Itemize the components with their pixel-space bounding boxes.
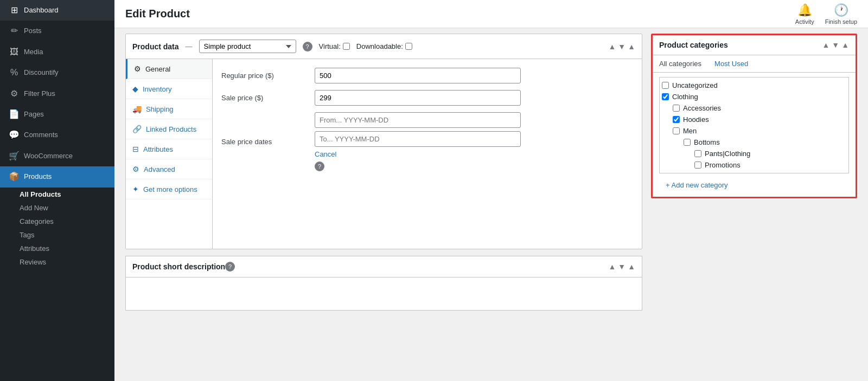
cat-checkbox-men[interactable]: [673, 127, 680, 134]
cancel-sale-dates-link[interactable]: Cancel: [315, 150, 336, 158]
sale-dates-help-icon[interactable]: ?: [315, 162, 324, 171]
regular-price-row: Regular price ($): [221, 68, 633, 83]
product-data-dash: —: [186, 42, 193, 50]
general-tab-icon: ⚙: [134, 64, 141, 73]
cat-label-accessories[interactable]: Accessories: [683, 104, 721, 112]
sidebar-item-media[interactable]: 🖼 Media: [0, 42, 114, 62]
sidebar-sub-all-products[interactable]: All Products: [20, 188, 114, 201]
cat-item-men: Men: [662, 125, 846, 137]
add-new-category-link[interactable]: + Add new category: [659, 178, 735, 192]
virtual-checkbox[interactable]: [343, 43, 350, 50]
sidebar-label-discountify: Discountify: [24, 68, 59, 78]
cat-checkbox-clothing[interactable]: [662, 93, 669, 100]
activity-button[interactable]: 🔔 Activity: [795, 3, 814, 25]
sidebar: ⊞ Dashboard ✏ Posts 🖼 Media % Discountif…: [0, 0, 114, 381]
tab-general[interactable]: ⚙ General: [126, 59, 212, 79]
sidebar-sub-add-new[interactable]: Add New: [20, 201, 114, 215]
sort-up-icon[interactable]: ▲: [608, 42, 616, 51]
tab-linked-products[interactable]: 🔗 Linked Products: [126, 119, 212, 139]
sort-hide-icon[interactable]: ▲: [628, 42, 635, 51]
sidebar-sub-attributes[interactable]: Attributes: [20, 242, 114, 255]
general-tab-label: General: [145, 65, 170, 73]
cats-sort-hide[interactable]: ▲: [841, 41, 849, 49]
cat-checkbox-pants-clothing[interactable]: [694, 150, 701, 157]
product-type-help-icon[interactable]: ?: [303, 42, 312, 51]
cat-checkbox-bottoms[interactable]: [684, 139, 691, 146]
cat-item-accessories: Accessories: [662, 102, 846, 114]
filter-plus-icon: ⚙: [9, 88, 20, 100]
tab-inventory[interactable]: ◆ Inventory: [126, 79, 212, 99]
cats-sort-down[interactable]: ▼: [832, 41, 839, 49]
sidebar-label-media: Media: [24, 47, 43, 57]
cat-checkbox-accessories[interactable]: [673, 105, 680, 112]
cats-tab-all[interactable]: All categories: [653, 55, 708, 72]
short-desc-help-icon[interactable]: ?: [225, 262, 235, 272]
product-data-header: Product data — Simple product Grouped pr…: [126, 34, 642, 59]
short-desc-sort-down[interactable]: ▼: [618, 262, 626, 271]
cat-label-uncategorized[interactable]: Uncategorized: [672, 81, 718, 89]
comments-icon: 💬: [9, 129, 20, 141]
sidebar-item-products[interactable]: 📦 Products: [0, 166, 114, 187]
sidebar-label-comments: Comments: [24, 130, 58, 140]
sidebar-sub-categories[interactable]: Categories: [20, 215, 114, 228]
advanced-tab-icon: ⚙: [132, 165, 139, 173]
sort-icons: ▲ ▼ ▲: [608, 42, 635, 51]
cats-tab-most-used[interactable]: Most Used: [708, 55, 755, 72]
cat-item-uncategorized: Uncategorized: [662, 80, 846, 91]
product-panel-general: Regular price ($) Sale price ($) Sale pr…: [213, 59, 642, 249]
short-desc-header: Product short description ? ▲ ▼ ▲: [126, 256, 642, 277]
sidebar-item-pages[interactable]: 📄 Pages: [0, 104, 114, 125]
sidebar-sub-tags[interactable]: Tags: [20, 228, 114, 242]
regular-price-input[interactable]: [315, 68, 521, 83]
shipping-tab-label: Shipping: [146, 105, 174, 113]
sidebar-item-comments[interactable]: 💬 Comments: [0, 125, 114, 145]
sale-to-input[interactable]: [315, 131, 521, 147]
pages-icon: 📄: [9, 108, 20, 120]
product-data-content: ⚙ General ◆ Inventory 🚚 Shipping 🔗: [126, 59, 642, 249]
sidebar-sub-reviews[interactable]: Reviews: [20, 255, 114, 269]
tab-shipping[interactable]: 🚚 Shipping: [126, 99, 212, 119]
cats-tabs: All categories Most Used: [653, 55, 856, 73]
sidebar-label-dashboard: Dashboard: [24, 5, 59, 15]
product-categories-box: Product categories ▲ ▼ ▲ All categories …: [651, 34, 857, 198]
sidebar-item-woocommerce[interactable]: 🛒 WooCommerce: [0, 146, 114, 166]
cat-label-clothing[interactable]: Clothing: [672, 93, 698, 101]
sale-price-input[interactable]: [315, 90, 521, 106]
cat-label-bottoms[interactable]: Bottoms: [694, 138, 720, 146]
sidebar-item-dashboard[interactable]: ⊞ Dashboard: [0, 0, 114, 21]
page-title: Edit Product: [125, 8, 190, 20]
woocommerce-icon: 🛒: [9, 150, 20, 162]
linked-tab-label: Linked Products: [146, 125, 196, 133]
sidebar-item-filter-plus[interactable]: ⚙ Filter Plus: [0, 83, 114, 104]
cat-item-bottoms: Bottoms: [662, 137, 846, 148]
downloadable-label: Downloadable:: [356, 42, 412, 50]
discountify-icon: %: [9, 67, 20, 79]
tab-attributes[interactable]: ⊟ Attributes: [126, 139, 212, 159]
cat-label-hoodies[interactable]: Hoodies: [683, 115, 709, 124]
finish-setup-button[interactable]: 🕐 Finish setup: [825, 3, 857, 25]
cat-label-men[interactable]: Men: [683, 127, 697, 135]
sale-from-input[interactable]: [315, 112, 521, 128]
tab-get-more[interactable]: ✦ Get more options: [126, 179, 212, 199]
inventory-tab-icon: ◆: [132, 85, 138, 93]
sidebar-label-pages: Pages: [24, 109, 44, 119]
short-desc-sort-up[interactable]: ▲: [608, 262, 616, 271]
downloadable-checkbox[interactable]: [405, 43, 412, 50]
cat-label-promotions[interactable]: Promotions: [705, 161, 741, 169]
product-type-select[interactable]: Simple product Grouped product External/…: [199, 40, 296, 53]
cat-checkbox-hoodies[interactable]: [673, 116, 680, 123]
short-desc-sort-hide[interactable]: ▲: [628, 262, 635, 271]
cat-checkbox-promotions[interactable]: [694, 162, 701, 169]
cats-sort-up[interactable]: ▲: [822, 41, 829, 49]
cat-checkbox-uncategorized[interactable]: [662, 82, 669, 89]
topbar-left: Edit Product: [125, 8, 190, 20]
cat-label-pants-clothing[interactable]: Pants|Clothing: [705, 150, 750, 158]
sidebar-label-posts: Posts: [24, 26, 42, 36]
sale-dates-row: Sale price dates Cancel ?: [221, 112, 633, 171]
attributes-tab-label: Attributes: [143, 145, 173, 153]
sidebar-item-posts[interactable]: ✏ Posts: [0, 21, 114, 41]
sidebar-item-discountify[interactable]: % Discountify: [0, 62, 114, 83]
tab-advanced[interactable]: ⚙ Advanced: [126, 159, 212, 179]
advanced-tab-label: Advanced: [144, 165, 175, 173]
sort-down-icon[interactable]: ▼: [618, 42, 626, 51]
